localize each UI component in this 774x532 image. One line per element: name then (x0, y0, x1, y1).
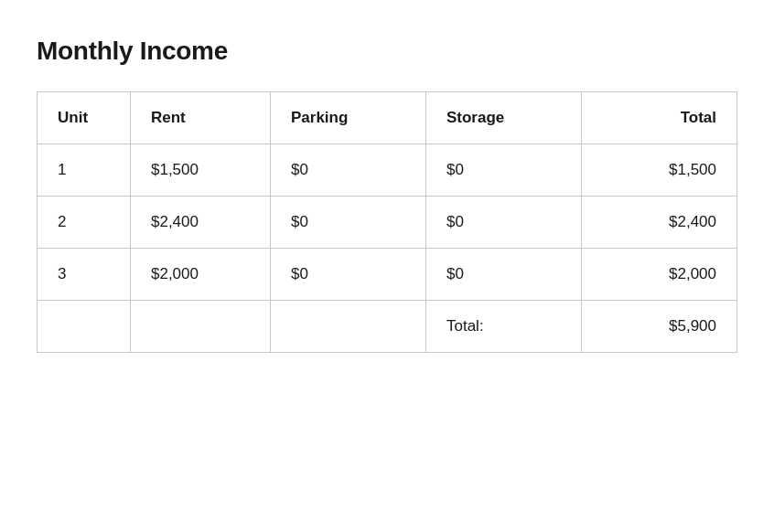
col-header-storage: Storage (425, 92, 581, 144)
cell-unit-0: 1 (38, 144, 131, 197)
page-container: Monthly Income Unit Rent Parking Storage… (37, 37, 737, 353)
summary-empty-2 (130, 301, 270, 353)
col-header-rent: Rent (130, 92, 270, 144)
summary-total: $5,900 (581, 301, 736, 353)
col-header-unit: Unit (38, 92, 131, 144)
cell-total-0: $1,500 (581, 144, 736, 197)
cell-storage-0: $0 (425, 144, 581, 197)
cell-storage-1: $0 (425, 197, 581, 249)
summary-empty-1 (38, 301, 131, 353)
cell-storage-2: $0 (425, 249, 581, 301)
table-header-row: Unit Rent Parking Storage Total (38, 92, 737, 144)
table-row: 3$2,000$0$0$2,000 (38, 249, 737, 301)
table-summary-row: Total: $5,900 (38, 301, 737, 353)
cell-parking-1: $0 (270, 197, 425, 249)
income-table: Unit Rent Parking Storage Total 1$1,500$… (37, 91, 737, 353)
cell-parking-2: $0 (270, 249, 425, 301)
cell-rent-1: $2,400 (130, 197, 270, 249)
cell-rent-2: $2,000 (130, 249, 270, 301)
cell-total-1: $2,400 (581, 197, 736, 249)
cell-total-2: $2,000 (581, 249, 736, 301)
col-header-parking: Parking (270, 92, 425, 144)
summary-label: Total: (425, 301, 581, 353)
table-row: 1$1,500$0$0$1,500 (38, 144, 737, 197)
cell-rent-0: $1,500 (130, 144, 270, 197)
table-row: 2$2,400$0$0$2,400 (38, 197, 737, 249)
cell-unit-2: 3 (38, 249, 131, 301)
page-title: Monthly Income (37, 37, 737, 66)
summary-empty-3 (270, 301, 425, 353)
cell-parking-0: $0 (270, 144, 425, 197)
col-header-total: Total (581, 92, 736, 144)
cell-unit-1: 2 (38, 197, 131, 249)
